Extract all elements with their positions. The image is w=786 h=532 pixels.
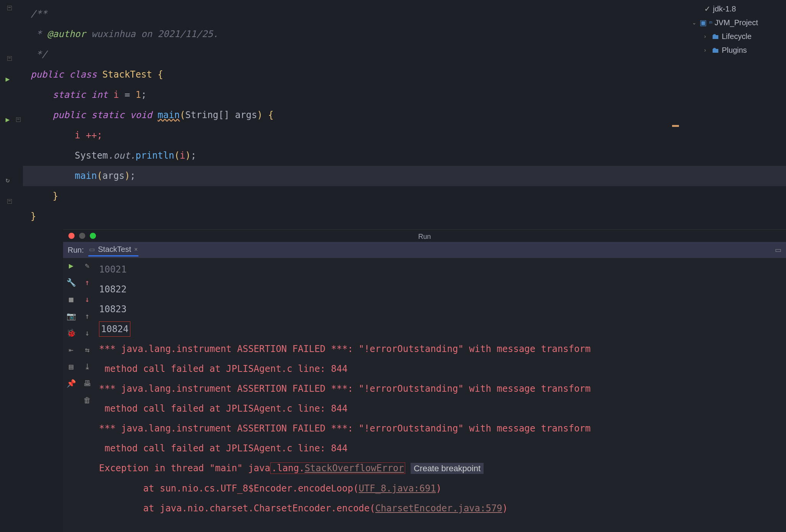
run-label: Run: (68, 246, 84, 255)
tree-jdk[interactable]: ✓ jdk-1.8 (683, 2, 782, 16)
kw-public: public (31, 69, 64, 80)
run-panel: Run Run: ▭ StackTest × ▭ ▶ 🔧 ■ 📷 🐞 ⇤ ▤ 📌… (63, 229, 786, 532)
doc-close: */ (31, 49, 47, 60)
exception-class-link[interactable]: StackOverflowError (305, 463, 404, 474)
project-tree[interactable]: ✓ jdk-1.8 ⌄ ▣m JVM_Project › 🖿 Lifecycle… (683, 2, 782, 57)
output-line: 10021 (99, 260, 782, 279)
trash-icon[interactable]: 🗑 (83, 396, 91, 405)
stop-button[interactable]: ■ (69, 295, 73, 304)
camera-icon[interactable]: 📷 (67, 311, 76, 321)
exception-text: Exception in thread "main" java (99, 463, 270, 474)
fold-icon[interactable] (6, 5, 13, 11)
zoom-window-button[interactable] (90, 233, 96, 239)
stmt-increment: i ++; (75, 130, 102, 141)
code-editor[interactable]: ▶ ▶ ↻ /** * @author wuxinhua on 2021/11/… (0, 0, 786, 229)
console-output[interactable]: 10021 10822 10823 10824 *** java.lang.in… (95, 258, 786, 532)
fold-icon[interactable] (6, 56, 13, 62)
output-line: 10822 (99, 279, 782, 299)
kw-void: void (130, 110, 152, 120)
output-line: 10823 (99, 299, 782, 319)
param-args: args (235, 110, 257, 120)
param-type: String[] (185, 110, 230, 120)
print-icon[interactable]: 🖶 (83, 379, 91, 388)
stack-frame: at java.nio.charset.CharsetEncoder.encod… (99, 503, 375, 514)
source-link[interactable]: CharsetEncoder.java:579 (375, 503, 502, 514)
kw-class: class (69, 69, 97, 80)
fold-icon[interactable] (6, 199, 13, 205)
close-window-button[interactable] (68, 233, 75, 239)
author-text: wuxinhua on 2021/11/25. (86, 29, 219, 39)
run-tab-bar: Run: ▭ StackTest × ▭ (63, 242, 786, 258)
run-toolbar-left: ▶ 🔧 ■ 📷 🐞 ⇤ ▤ 📌 (63, 258, 79, 532)
error-line: *** java.lang.instrument ASSERTION FAILE… (99, 418, 782, 438)
editor-marker (672, 125, 679, 127)
soft-wrap-icon[interactable]: ⇆ (85, 345, 89, 354)
tree-plugins[interactable]: › 🖿 Plugins (683, 43, 782, 57)
recursive-call: main (75, 170, 97, 181)
error-line: method call failed at JPLISAgent.c line:… (99, 438, 782, 458)
method-main: main (158, 110, 180, 120)
rerun-button[interactable]: ▶ (69, 261, 73, 270)
panel-title: Run (418, 233, 431, 241)
error-line: *** java.lang.instrument ASSERTION FAILE… (99, 379, 782, 399)
tree-project[interactable]: ⌄ ▣m JVM_Project (683, 16, 782, 29)
down-arrow-icon[interactable]: ↓ (85, 295, 89, 304)
layout-split-icon[interactable]: ▤ (69, 362, 73, 371)
error-line: method call failed at JPLISAgent.c line:… (99, 359, 782, 379)
run-config-icon: ▭ (89, 246, 95, 253)
wrench-icon[interactable]: 🔧 (67, 278, 76, 287)
source-link[interactable]: UTF_8.java:691 (359, 483, 436, 494)
doc-comment: /** (31, 8, 47, 19)
error-line: method call failed at JPLISAgent.c line:… (99, 399, 782, 418)
fold-icon[interactable] (15, 117, 22, 123)
minimize-window-button[interactable] (79, 233, 85, 239)
author-tag: @author (47, 29, 86, 39)
error-line: *** java.lang.instrument ASSERTION FAILE… (99, 339, 782, 359)
println: println (136, 150, 174, 161)
bug-icon[interactable]: 🐞 (67, 328, 76, 337)
run-toolbar-right: ✎ ↑ ↓ ↑ ↓ ⇆ ⤓ 🖶 🗑 (79, 258, 95, 532)
create-breakpoint-button[interactable]: Create breakpoint (411, 463, 484, 474)
run-gutter-icon[interactable]: ▶ (4, 115, 11, 123)
run-gutter-icon[interactable]: ▶ (4, 75, 11, 83)
close-tab-icon[interactable]: × (134, 246, 138, 253)
kw-int: int (91, 89, 108, 100)
layout-icon[interactable]: ▭ (775, 246, 781, 254)
run-tab-label: StackTest (98, 245, 131, 254)
stack-frame: at sun.nio.cs.UTF_8$Encoder.encodeLoop( (99, 483, 359, 494)
run-tab-stacktest[interactable]: ▭ StackTest × (88, 243, 138, 256)
pin-icon[interactable]: 📌 (67, 379, 76, 388)
up-arrow-icon[interactable]: ↑ (85, 278, 89, 287)
down-icon[interactable]: ↓ (85, 328, 89, 337)
tree-lifecycle[interactable]: › 🖿 Lifecycle (683, 29, 782, 43)
output-highlighted: 10824 (99, 321, 130, 337)
refresh-icon[interactable]: ↻ (4, 176, 11, 184)
edit-icon[interactable]: ✎ (85, 261, 89, 270)
up-icon[interactable]: ↑ (85, 311, 89, 321)
editor-gutter: ▶ ▶ ↻ (0, 0, 23, 229)
code-content[interactable]: /** * @author wuxinhua on 2021/11/25. */… (23, 0, 786, 229)
exit-icon[interactable]: ⇤ (69, 345, 73, 354)
scroll-end-icon[interactable]: ⤓ (84, 362, 91, 371)
field-i: i (114, 89, 119, 100)
out: .out. (108, 150, 135, 161)
kw-static: static (53, 89, 86, 100)
literal-1: 1 (136, 89, 141, 100)
class-name: StackTest (102, 69, 152, 80)
system: System (75, 150, 108, 161)
